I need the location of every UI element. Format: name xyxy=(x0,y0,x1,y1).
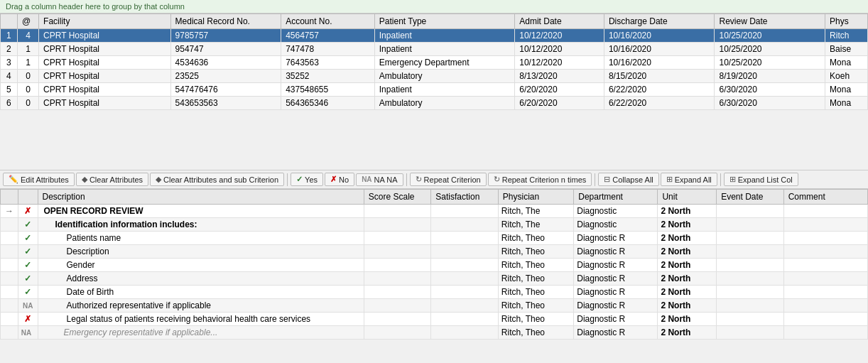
discharge-cell: 8/15/2020 xyxy=(604,70,715,83)
score-cell xyxy=(364,313,431,326)
sep4 xyxy=(720,173,721,186)
expand-icon: ⊞ xyxy=(666,175,673,184)
na-button[interactable]: NA NA NA xyxy=(356,173,403,186)
lower-grid-row[interactable]: ✓ Date of Birth Ritch, Theo Diagnostic R… xyxy=(1,286,868,299)
top-hint: Drag a column header here to group by th… xyxy=(0,0,868,13)
upper-grid-section: @ Facility Medical Record No. Account No… xyxy=(0,13,868,170)
row-number: 1 xyxy=(1,29,18,43)
physician-cell: Ritch, Theo xyxy=(498,313,573,326)
upper-grid-row[interactable]: 1 4 CPRT Hospital 9785757 4564757 Inpati… xyxy=(1,29,868,43)
event-date-cell xyxy=(717,232,784,245)
upper-grid-row[interactable]: 5 0 CPRT Hospital 547476476 437548655 In… xyxy=(1,83,868,97)
satisfaction-cell xyxy=(431,326,499,340)
mrn-cell: 9785757 xyxy=(170,29,281,43)
comment-cell xyxy=(783,245,867,259)
no-button[interactable]: ✗ No xyxy=(325,173,354,186)
row-icon-cell: ✓ xyxy=(18,259,38,272)
facility-cell: CPRT Hospital xyxy=(39,70,171,83)
comment-cell xyxy=(783,218,867,232)
mrn-cell: 547476476 xyxy=(170,83,281,97)
facility-cell: CPRT Hospital xyxy=(39,29,171,43)
row-arrow-cell xyxy=(1,326,18,340)
col-at: @ xyxy=(17,14,38,29)
mrn-cell: 23525 xyxy=(170,70,281,83)
clear-sub-icon: ◆ xyxy=(156,175,161,184)
lower-grid-body: → ✗ OPEN RECORD REVIEW Ritch, The Diagno… xyxy=(1,205,868,340)
at-value: 1 xyxy=(17,43,38,56)
upper-grid-row[interactable]: 6 0 CPRT Hospital 543653563 564365346 Am… xyxy=(1,97,868,110)
row-arrow-cell xyxy=(1,299,18,313)
admit-cell: 6/20/2020 xyxy=(515,97,604,110)
lower-grid-row[interactable]: ✓ Description Ritch, Theo Diagnostic R 2… xyxy=(1,245,868,259)
clear-attributes-sub-button[interactable]: ◆ Clear Attributes and sub Criterion xyxy=(150,173,284,186)
admit-cell: 10/12/2020 xyxy=(515,56,604,70)
physician-cell: Ritch, Theo xyxy=(498,259,573,272)
yes-icon: ✓ xyxy=(296,175,303,184)
review-cell: 10/25/2020 xyxy=(715,56,825,70)
col-unit: Unit xyxy=(658,190,717,205)
clear-attributes-button[interactable]: ◆ Clear Attributes xyxy=(76,173,148,186)
row-number: 2 xyxy=(1,43,18,56)
upper-grid-row[interactable]: 2 1 CPRT Hospital 954747 747478 Inpatien… xyxy=(1,43,868,56)
row-arrow-cell: → xyxy=(1,205,18,218)
expand-all-button[interactable]: ⊞ Expand All xyxy=(661,173,717,186)
type-cell: Ambulatory xyxy=(374,70,514,83)
upper-grid-row[interactable]: 3 1 CPRT Hospital 4534636 7643563 Emerge… xyxy=(1,56,868,70)
physician-cell: Ritch, Theo xyxy=(498,245,573,259)
event-date-cell xyxy=(717,326,784,340)
satisfaction-cell xyxy=(431,205,499,218)
review-cell: 10/25/2020 xyxy=(715,43,825,56)
row-icon-cell: ✓ xyxy=(18,286,38,299)
col-event-date: Event Date xyxy=(717,190,784,205)
physician-cell: Ritch, The xyxy=(498,218,573,232)
row-icon-cell: ✓ xyxy=(18,232,38,245)
score-cell xyxy=(364,259,431,272)
lower-grid-row[interactable]: ✓ Patients name Ritch, Theo Diagnostic R… xyxy=(1,232,868,245)
repeat-criterion-button[interactable]: ↻ Repeat Criterion xyxy=(410,173,487,186)
repeat-n-icon: ↻ xyxy=(494,175,500,184)
discharge-cell: 6/22/2020 xyxy=(604,97,715,110)
type-cell: Inpatient xyxy=(374,83,514,97)
col-physician: Physician xyxy=(498,190,573,205)
physician-cell: Ritch, Theo xyxy=(498,232,573,245)
acct-cell: 4564757 xyxy=(281,29,375,43)
col-discharge: Discharge Date xyxy=(604,14,715,29)
check-icon: ✓ xyxy=(24,220,31,229)
row-arrow-cell xyxy=(1,218,18,232)
lower-grid-row[interactable]: NA Authorized representative if applicab… xyxy=(1,299,868,313)
upper-grid-row[interactable]: 4 0 CPRT Hospital 23525 35252 Ambulatory… xyxy=(1,70,868,83)
discharge-cell: 10/16/2020 xyxy=(604,43,715,56)
department-cell: Diagnostic R xyxy=(574,245,658,259)
row-icon-cell: NA xyxy=(18,326,38,340)
repeat-icon: ↻ xyxy=(416,175,422,184)
acct-cell: 747478 xyxy=(281,43,375,56)
acct-cell: 35252 xyxy=(281,70,375,83)
repeat-criterion-n-button[interactable]: ↻ Repeat Criterion n times xyxy=(488,173,592,186)
department-cell: Diagnostic xyxy=(574,205,658,218)
lower-grid-row[interactable]: ✓ Gender Ritch, Theo Diagnostic R 2 Nort… xyxy=(1,259,868,272)
lower-grid-row[interactable]: ✓ Identification information includes: R… xyxy=(1,218,868,232)
comment-cell xyxy=(783,286,867,299)
at-value: 1 xyxy=(17,56,38,70)
discharge-cell: 10/16/2020 xyxy=(604,29,715,43)
facility-cell: CPRT Hospital xyxy=(39,83,171,97)
physician-cell: Ritch, Theo xyxy=(498,326,573,340)
lower-grid-row[interactable]: → ✗ OPEN RECORD REVIEW Ritch, The Diagno… xyxy=(1,205,868,218)
lower-grid-row[interactable]: NA Emergency representative if applicabl… xyxy=(1,326,868,340)
unit-cell: 2 North xyxy=(658,326,717,340)
satisfaction-cell xyxy=(431,313,499,326)
col-score: Score Scale xyxy=(364,190,431,205)
yes-button[interactable]: ✓ Yes xyxy=(291,173,323,186)
expand-list-col-button[interactable]: ⊞ Expand List Col xyxy=(724,173,798,186)
type-cell: Inpatient xyxy=(374,29,514,43)
lower-grid-row[interactable]: ✗ Legal status of patients receiving beh… xyxy=(1,313,868,326)
comment-cell xyxy=(783,232,867,245)
no-icon: ✗ xyxy=(330,175,337,184)
acct-cell: 564365346 xyxy=(281,97,375,110)
edit-attributes-button[interactable]: ✏️ Edit Attributes xyxy=(3,173,75,186)
desc-cell: Date of Birth xyxy=(38,286,364,299)
collapse-all-button[interactable]: ⊟ Collapse All xyxy=(598,173,658,186)
physician-cell: Ritch, Theo xyxy=(498,299,573,313)
row-number: 3 xyxy=(1,56,18,70)
lower-grid-row[interactable]: ✓ Address Ritch, Theo Diagnostic R 2 Nor… xyxy=(1,272,868,286)
